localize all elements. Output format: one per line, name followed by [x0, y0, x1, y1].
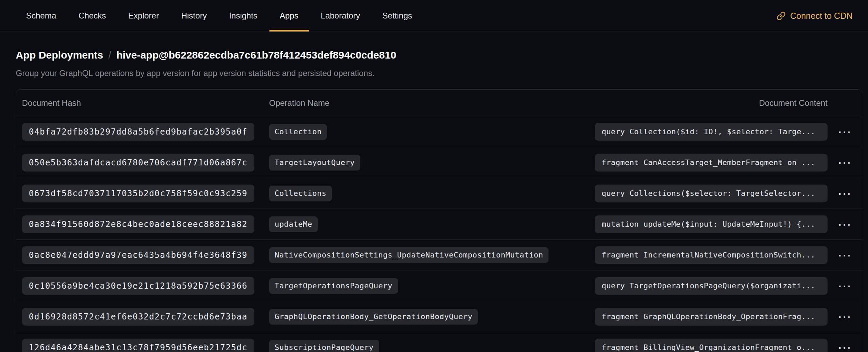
- column-header-document-hash: Document Hash: [22, 98, 269, 108]
- breadcrumb-separator: /: [108, 49, 111, 61]
- operation-name-badge: Collections: [269, 186, 332, 201]
- row-actions-menu-button[interactable]: ⋯: [837, 310, 851, 324]
- document-content-preview: fragment IncrementalNativeCompositionSwi…: [595, 246, 828, 264]
- operation-name-badge: GraphQLOperationBody_GetOperationBodyQue…: [269, 309, 478, 325]
- document-hash-badge: 0c10556a9be4ca30e19e21c1218a592b75e63366: [22, 277, 254, 295]
- column-header-document-content: Document Content: [595, 98, 828, 108]
- document-hash-badge: 0a834f91560d872e8c4bec0ade18ceec88821a82: [22, 215, 254, 233]
- nav-tab[interactable]: Laboratory: [311, 0, 371, 32]
- row-actions-menu-button[interactable]: ⋯: [837, 156, 851, 169]
- document-content-preview: query Collections($selector: TargetSelec…: [595, 185, 828, 202]
- document-hash-badge: 126d46a4284abe31c13c78f7959d56eeb21725dc: [22, 339, 254, 352]
- app-deployments-table: Document Hash Operation Name Document Co…: [16, 89, 863, 352]
- table-row: 0673df58cd7037117035b2d0c758f59c0c93c259…: [16, 178, 863, 209]
- nav-tab[interactable]: Checks: [68, 0, 116, 32]
- nav-tab[interactable]: History: [171, 0, 217, 32]
- connect-to-cdn-label: Connect to CDN: [790, 11, 853, 21]
- document-content-preview: mutation updateMe($input: UpdateMeInput!…: [595, 215, 828, 233]
- page-subtitle: Group your GraphQL operations by app ver…: [16, 68, 852, 78]
- nav-tab-label: Checks: [79, 11, 106, 21]
- top-nav: Schema Checks Explorer History Insights …: [0, 0, 868, 32]
- nav-tab-label: Laboratory: [321, 11, 360, 21]
- page-header: App Deployments / hive-app@b622862ecdba7…: [0, 49, 868, 78]
- nav-tab[interactable]: Schema: [16, 0, 67, 32]
- document-content-preview: fragment BillingView_OrganizationFragmen…: [595, 339, 828, 352]
- document-hash-badge: 0ac8e047eddd97a97eac6435a4b694f4e3648f39: [22, 246, 254, 264]
- breadcrumb-app-deployments-link[interactable]: App Deployments: [16, 49, 103, 61]
- row-actions-menu-button[interactable]: ⋯: [837, 279, 851, 293]
- link-icon: [776, 11, 786, 21]
- document-hash-badge: 04bfa72dfb83b297dd8a5b6fed9bafac2b395a0f: [22, 123, 254, 141]
- table-row: 126d46a4284abe31c13c78f7959d56eeb21725dc…: [16, 332, 863, 352]
- nav-tab-label: Insights: [229, 11, 257, 21]
- column-header-operation-name: Operation Name: [269, 98, 595, 108]
- breadcrumb-current-deployment: hive-app@b622862ecdba7c61b78f412453def89…: [116, 49, 396, 61]
- document-hash-badge: 0673df58cd7037117035b2d0c758f59c0c93c259: [22, 185, 254, 202]
- document-content-preview: fragment CanAccessTarget_MemberFragment …: [595, 154, 828, 172]
- document-hash-badge: 050e5b363dafdcacd6780e706cadf771d06a867c: [22, 154, 254, 172]
- operation-name-badge: Collection: [269, 124, 327, 140]
- nav-tab[interactable]: Insights: [219, 0, 268, 32]
- table-row: 0c10556a9be4ca30e19e21c1218a592b75e63366…: [16, 270, 863, 301]
- connect-to-cdn-button[interactable]: Connect to CDN: [776, 0, 853, 32]
- nav-tab[interactable]: Apps: [269, 0, 309, 32]
- operation-name-badge: TargetOperationsPageQuery: [269, 278, 398, 294]
- nav-tab[interactable]: Settings: [372, 0, 422, 32]
- document-content-preview: query Collection($id: ID!, $selector: Ta…: [595, 123, 828, 141]
- document-content-preview: query TargetOperationsPageQuery($organiz…: [595, 277, 828, 295]
- table-row: 0d16928d8572c41ef6e032d2c7c72ccbd6e73baa…: [16, 301, 863, 332]
- nav-tab[interactable]: Explorer: [118, 0, 169, 32]
- table-row: 04bfa72dfb83b297dd8a5b6fed9bafac2b395a0f…: [16, 116, 863, 147]
- operation-name-badge: TargetLayoutQuery: [269, 155, 360, 171]
- row-actions-menu-button[interactable]: ⋯: [837, 217, 851, 231]
- table-row: 0ac8e047eddd97a97eac6435a4b694f4e3648f39…: [16, 239, 863, 270]
- document-hash-badge: 0d16928d8572c41ef6e032d2c7c72ccbd6e73baa: [22, 308, 254, 326]
- breadcrumb: App Deployments / hive-app@b622862ecdba7…: [16, 49, 852, 61]
- nav-tab-label: Settings: [382, 11, 412, 21]
- nav-tab-label: History: [181, 11, 207, 21]
- row-actions-menu-button[interactable]: ⋯: [837, 125, 851, 139]
- document-content-preview: fragment GraphQLOperationBody_OperationF…: [595, 308, 828, 326]
- table-row: 050e5b363dafdcacd6780e706cadf771d06a867c…: [16, 147, 863, 178]
- row-actions-menu-button[interactable]: ⋯: [837, 187, 851, 200]
- operation-name-badge: NativeCompositionSettings_UpdateNativeCo…: [269, 247, 548, 263]
- nav-tab-label: Explorer: [128, 11, 159, 21]
- operation-name-badge: updateMe: [269, 216, 318, 232]
- row-actions-menu-button[interactable]: ⋯: [837, 248, 851, 262]
- table-row: 0a834f91560d872e8c4bec0ade18ceec88821a82…: [16, 209, 863, 239]
- nav-tab-label: Apps: [280, 11, 299, 21]
- operation-name-badge: SubscriptionPageQuery: [269, 340, 379, 352]
- nav-tab-label: Schema: [26, 11, 56, 21]
- row-actions-menu-button[interactable]: ⋯: [837, 341, 851, 352]
- table-header-row: Document Hash Operation Name Document Co…: [16, 90, 863, 116]
- nav-tabs: Schema Checks Explorer History Insights …: [16, 0, 422, 32]
